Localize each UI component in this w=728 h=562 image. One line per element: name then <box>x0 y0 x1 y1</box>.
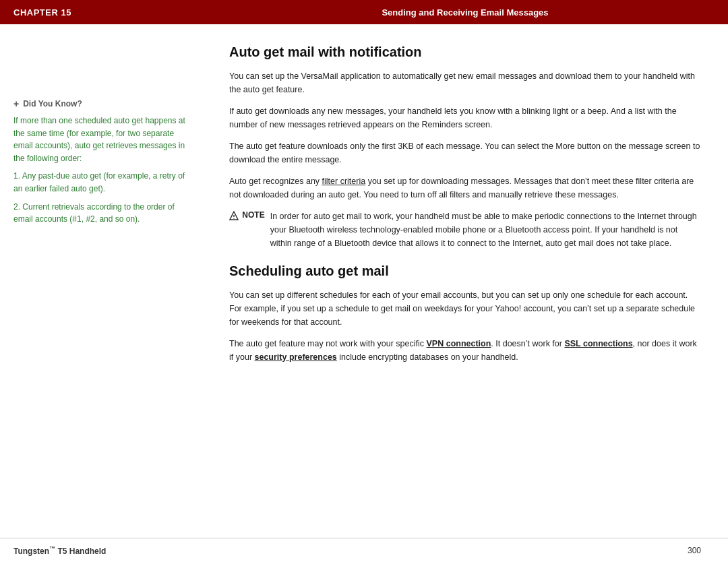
filter-criteria-link[interactable]: filter criteria <box>322 177 366 186</box>
section2-title: Scheduling auto get mail <box>229 263 701 279</box>
footer-tm: ™ <box>49 545 55 552</box>
did-you-know-text: If more than one scheduled auto get happ… <box>13 116 185 163</box>
did-you-know-header: + Did You Know? <box>13 98 195 109</box>
sidebar-list-item-2: 2. Current retrievals according to the o… <box>13 201 195 226</box>
note-icon <box>229 211 239 220</box>
note-block: NOTE In order for auto get mail to work,… <box>229 210 701 250</box>
section1-para2: If auto get downloads any new messages, … <box>229 104 701 131</box>
did-you-know: + Did You Know? If more than one schedul… <box>13 98 195 226</box>
section1-para4: Auto get recognizes any filter criteria … <box>229 175 701 201</box>
plus-icon: + <box>13 98 19 109</box>
main-content: Auto get mail with notification You can … <box>209 44 701 524</box>
header-bar: CHAPTER 15 Sending and Receiving Email M… <box>0 0 728 24</box>
section1-title: Auto get mail with notification <box>229 44 701 60</box>
note-label: NOTE <box>229 210 265 220</box>
footer: Tungsten™ T5 Handheld 300 <box>0 538 728 562</box>
footer-page: 300 <box>688 546 701 555</box>
section2-para2-mid: . It doesn’t work for <box>491 339 564 348</box>
sidebar: + Did You Know? If more than one schedul… <box>13 44 209 524</box>
did-you-know-body: If more than one scheduled auto get happ… <box>13 115 195 226</box>
footer-brand-name: Tungsten <box>13 547 49 556</box>
header-chapter: CHAPTER 15 <box>13 7 216 18</box>
footer-brand: Tungsten™ T5 Handheld <box>13 545 106 556</box>
svg-point-2 <box>233 218 234 218</box>
section2-para1: You can set up different schedules for e… <box>229 288 701 329</box>
section2-para2-end: include encrypting databases on your han… <box>337 352 518 362</box>
footer-model: T5 Handheld <box>55 547 106 556</box>
ssl-connections-link[interactable]: SSL connections <box>564 339 632 348</box>
section1-para1: You can set up the VersaMail application… <box>229 69 701 96</box>
sidebar-list-item-1: 1. Any past-due auto get (for example, a… <box>13 170 195 195</box>
did-you-know-label: Did You Know? <box>23 99 82 108</box>
vpn-connection-link[interactable]: VPN connection <box>427 339 491 348</box>
note-text: In order for auto get mail to work, your… <box>270 210 701 250</box>
main-layout: + Did You Know? If more than one schedul… <box>0 24 728 538</box>
section1-para4-pre: Auto get recognizes any <box>229 177 322 186</box>
header-section: Sending and Receiving Email Messages <box>216 7 715 18</box>
section2-para2-pre: The auto get feature may not work with y… <box>229 339 427 348</box>
security-preferences-link[interactable]: security preferences <box>255 352 337 362</box>
section2-para2: The auto get feature may not work with y… <box>229 337 701 364</box>
section1-para3: The auto get feature downloads only the … <box>229 139 701 166</box>
